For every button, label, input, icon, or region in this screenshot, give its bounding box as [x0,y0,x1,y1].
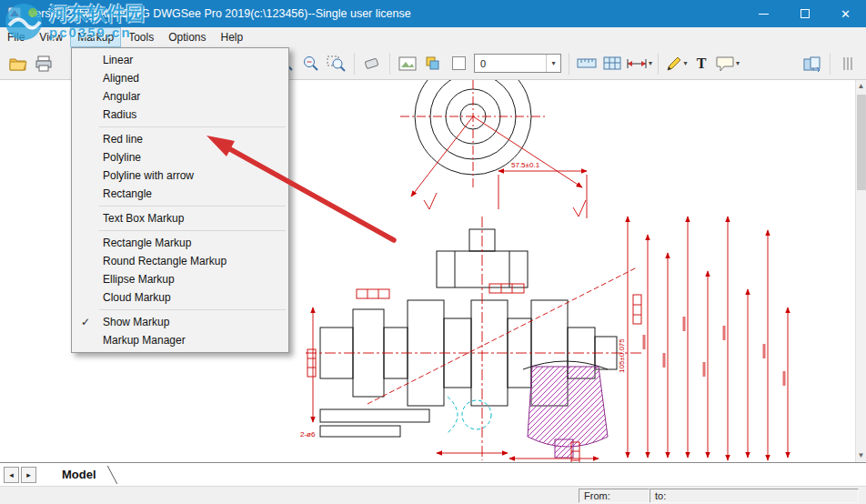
menu-item-ellipse-markup[interactable]: Ellipse Markup [72,270,288,288]
minimize-button[interactable] [743,0,784,27]
menu-item-rectangle-markup[interactable]: Rectangle Markup [72,234,288,252]
scroll-down-button[interactable]: ▼ [856,449,866,462]
menu-item-text-box-markup[interactable]: Text Box Markup [72,209,288,227]
vertical-scrollbar[interactable]: ▲ ▼ [855,80,866,462]
toolbar-separator [830,53,831,75]
tab-edge [98,466,117,484]
status-from-field: From: [579,489,650,503]
eraser-icon [363,56,381,71]
app-icon [7,6,22,21]
menu-view[interactable]: View [32,27,70,47]
panel-toggle-button[interactable] [836,51,860,76]
measure-area-button[interactable] [600,51,624,76]
menu-item-linear[interactable]: Linear [72,51,288,69]
tab-next-button[interactable]: ▸ [21,467,36,483]
menubar: File View Markup Tools Options Help [0,27,866,47]
scroll-up-button[interactable]: ▲ [856,80,866,93]
layer-select[interactable]: 0 ▾ [474,54,561,73]
menu-item-red-line[interactable]: Red line [72,130,288,148]
text-markup-button[interactable]: T [690,51,713,76]
menu-file[interactable]: File [0,27,32,47]
layers-icon [425,55,441,72]
cad-hatched-section [528,367,608,458]
color-swatch [452,56,466,70]
color-swatch-button[interactable] [447,51,470,76]
text-tool-icon: T [697,55,707,72]
lines-icon [841,55,854,72]
menu-item-round-rectangle-markup[interactable]: Round Rectangle Markup [72,252,288,270]
checkmark-icon: ✓ [81,313,90,331]
layout-tabbar: ◂ ▸ Model [0,462,866,486]
dimension-button[interactable]: ▾ [626,51,652,76]
ruler-icon [577,57,597,70]
menu-item-polyline-with-arrow[interactable]: Polyline with arrow [72,166,288,185]
menu-markup[interactable]: Markup [70,27,121,47]
transfer-pages-icon [802,55,822,72]
menu-separator [99,126,286,127]
menu-options[interactable]: Options [161,27,213,47]
statusbar: From: to: [0,486,866,504]
chevron-down-icon[interactable]: ▾ [736,59,740,67]
maximize-button[interactable] [784,0,825,27]
area-grid-icon [603,56,621,71]
dim-label-right: 105±0.075 [618,338,626,373]
zoom-out-button[interactable] [299,51,323,76]
toolbar-separator [354,53,355,75]
comment-button[interactable]: ▾ [715,51,740,76]
close-button[interactable]: ✕ [825,0,866,27]
menu-item-show-markup[interactable]: ✓ Show Markup [72,313,288,331]
zoom-window-icon [327,55,347,73]
layer-select-value: 0 [475,58,546,69]
dim-label-bottom-left: 2-ø6 [300,430,316,438]
menu-item-radius[interactable]: Radius [72,106,288,124]
toolbar-separator [569,53,569,75]
pen-markup-button[interactable]: ▾ [664,51,688,76]
chevron-down-icon: ▾ [546,55,560,72]
open-folder-icon [8,55,28,72]
image-icon [398,55,417,72]
chevron-down-icon[interactable]: ▾ [649,59,652,67]
menu-separator [99,206,286,207]
menu-item-aligned[interactable]: Aligned [72,69,288,87]
status-to-field: to: [650,489,859,503]
window-title: version2.dwg AutoDWG DWGSee Pro 2019(c:\… [29,7,743,20]
cad-cyan-curves [448,397,491,433]
tab-model[interactable]: Model [62,468,96,481]
minimize-icon [759,14,769,15]
menu-separator [99,309,286,310]
menu-item-cloud-markup[interactable]: Cloud Markup [72,288,288,307]
scrollbar-thumb[interactable] [857,95,866,190]
dimension-arrow-icon [626,57,648,70]
menu-separator [99,230,286,231]
menu-item-angular[interactable]: Angular [72,87,288,106]
print-button[interactable] [32,51,55,76]
maximize-icon [801,9,810,18]
printer-icon [35,55,53,72]
toolbar-separator [389,53,390,75]
status-from-label: From: [584,490,610,501]
dim-label-top: 57.5±0.1 [511,161,540,169]
toolbar-separator [658,53,659,75]
measure-distance-button[interactable] [575,51,599,76]
app-window: version2.dwg AutoDWG DWGSee Pro 2019(c:\… [0,0,866,504]
publish-button[interactable] [801,51,824,76]
chevron-down-icon[interactable]: ▾ [684,59,688,67]
menu-item-rectangle[interactable]: Rectangle [72,185,288,203]
open-file-button[interactable] [6,51,30,76]
menu-help[interactable]: Help [214,27,251,47]
insert-image-button[interactable] [396,51,419,76]
pen-icon [665,55,683,73]
speech-bubble-icon [715,55,735,72]
status-to-label: to: [655,490,666,501]
titlebar: version2.dwg AutoDWG DWGSee Pro 2019(c:\… [0,0,866,27]
menu-item-polyline[interactable]: Polyline [72,148,288,166]
menu-item-markup-manager[interactable]: Markup Manager [72,331,288,349]
zoom-window-button[interactable] [325,51,348,76]
menu-tools[interactable]: Tools [121,27,161,47]
layers-button[interactable] [421,51,445,76]
eraser-button[interactable] [360,51,384,76]
markup-menu-dropdown: Linear Aligned Angular Radius Red line P… [71,47,289,353]
menu-item-show-markup-label: Show Markup [103,316,169,328]
zoom-out-icon [302,55,320,73]
tab-prev-button[interactable]: ◂ [4,467,19,483]
